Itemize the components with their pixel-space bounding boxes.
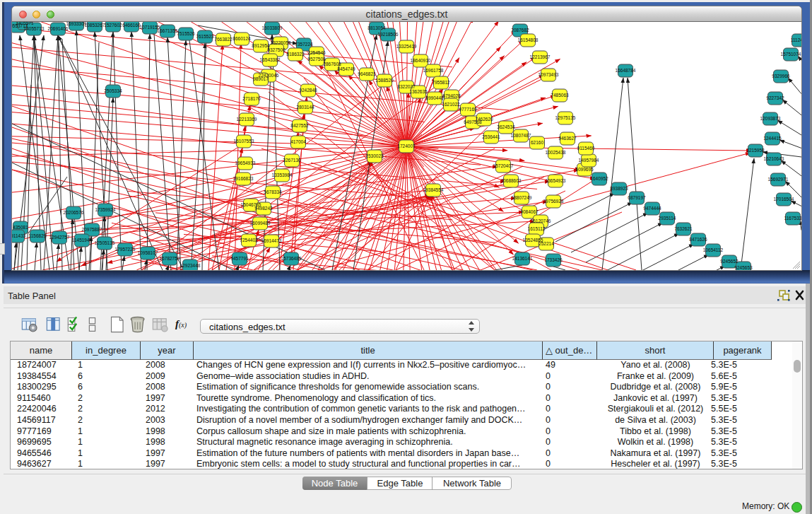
- svg-text:19756928: 19756928: [543, 199, 564, 204]
- svg-text:8322037: 8322037: [397, 84, 416, 89]
- svg-text:5678334: 5678334: [264, 189, 282, 194]
- svg-text:2867608: 2867608: [323, 62, 341, 66]
- svg-text:7485063: 7485063: [551, 93, 569, 98]
- svg-text:2087682: 2087682: [511, 28, 529, 33]
- svg-text:8454749: 8454749: [337, 66, 355, 71]
- svg-text:12505135: 12505135: [95, 240, 115, 245]
- svg-text:417004: 417004: [290, 139, 306, 144]
- svg-text:6879197: 6879197: [628, 195, 646, 200]
- svg-text:18640910: 18640910: [411, 58, 431, 63]
- svg-text:9646821: 9646821: [358, 71, 376, 76]
- svg-text:7663822: 7663822: [214, 37, 233, 42]
- svg-text:8990448: 8990448: [425, 95, 444, 100]
- svg-text:9498242: 9498242: [254, 206, 273, 211]
- svg-text:14136141: 14136141: [512, 256, 533, 261]
- svg-text:12975135: 12975135: [555, 115, 576, 120]
- svg-text:9245653: 9245653: [734, 265, 753, 270]
- svg-text:19654933: 19654933: [235, 160, 256, 165]
- svg-text:18807249: 18807249: [512, 195, 532, 200]
- svg-text:8938923: 8938923: [610, 186, 628, 191]
- svg-text:15736485: 15736485: [281, 256, 302, 261]
- svg-text:7462620: 7462620: [475, 117, 493, 122]
- svg-text:12942757: 12942757: [49, 235, 70, 240]
- svg-text:8660124: 8660124: [233, 36, 251, 41]
- svg-text:15751074: 15751074: [781, 52, 801, 57]
- svg-text:16648784: 16648784: [616, 68, 636, 73]
- svg-text:16120746: 16120746: [531, 218, 551, 223]
- svg-text:1156829: 1156829: [29, 233, 47, 238]
- svg-text:12213967: 12213967: [530, 54, 551, 59]
- svg-text:15720407: 15720407: [493, 163, 514, 168]
- svg-text:16033809: 16033809: [262, 25, 283, 30]
- svg-text:1405571: 1405571: [16, 22, 34, 25]
- svg-text:62160: 62160: [531, 140, 543, 145]
- svg-text:9474444: 9474444: [643, 206, 661, 211]
- svg-text:1615112: 1615112: [528, 226, 546, 231]
- svg-text:9327500: 9327500: [267, 47, 286, 52]
- svg-text:7632621: 7632621: [674, 226, 693, 231]
- svg-text:16671355: 16671355: [158, 28, 178, 33]
- svg-text:8427552: 8427552: [290, 123, 309, 128]
- svg-text:10973493: 10973493: [539, 72, 559, 77]
- svg-text:12213369: 12213369: [237, 117, 257, 122]
- svg-text:7515526: 7515526: [177, 31, 195, 36]
- svg-text:1167533: 1167533: [784, 216, 801, 221]
- svg-text:9463627: 9463627: [558, 136, 577, 141]
- svg-text:13226058: 13226058: [271, 40, 291, 45]
- svg-text:13325419: 13325419: [396, 44, 417, 49]
- svg-text:9084067: 9084067: [520, 209, 539, 214]
- svg-text:9777169: 9777169: [459, 107, 477, 112]
- svg-text:7254402: 7254402: [240, 238, 258, 243]
- svg-text:9245652: 9245652: [720, 259, 739, 264]
- svg-text:10688603: 10688603: [501, 178, 522, 183]
- svg-text:2935114: 2935114: [659, 216, 676, 221]
- svg-text:16107553: 16107553: [234, 139, 254, 144]
- svg-text:7615523: 7615523: [196, 34, 214, 39]
- svg-text:1527602: 1527602: [104, 23, 122, 28]
- svg-text:9242848: 9242848: [299, 88, 317, 93]
- svg-text:8186323: 8186323: [286, 52, 305, 57]
- svg-text:2530023: 2530023: [365, 153, 384, 158]
- svg-text:3911433: 3911433: [12, 233, 26, 238]
- svg-text:3267130: 3267130: [283, 158, 301, 163]
- svg-text:14055713: 14055713: [24, 26, 45, 31]
- svg-text:9227342: 9227342: [766, 95, 784, 100]
- svg-text:1244415: 1244415: [763, 136, 782, 141]
- svg-text:17016504: 17016504: [774, 197, 794, 201]
- svg-text:1112448: 1112448: [791, 37, 801, 42]
- svg-text:1588520: 1588520: [375, 78, 394, 83]
- svg-text:2718170: 2718170: [242, 96, 261, 101]
- svg-text:16543382: 16543382: [260, 57, 281, 62]
- svg-text:16154808: 16154808: [518, 37, 539, 42]
- svg-text:13654923: 13654923: [546, 178, 566, 183]
- svg-text:13353984: 13353984: [272, 173, 293, 177]
- svg-text:1621022: 1621022: [442, 102, 460, 107]
- svg-text:12923448: 12923448: [180, 263, 201, 268]
- svg-text:16782759: 16782759: [160, 256, 180, 261]
- svg-text:14957984: 14957984: [579, 158, 599, 163]
- svg-text:10025438: 10025438: [546, 150, 566, 155]
- svg-text:989017: 989017: [253, 76, 269, 81]
- svg-text:20975887: 20975887: [82, 227, 102, 232]
- svg-text:2536441: 2536441: [482, 134, 500, 139]
- svg-text:9115460: 9115460: [577, 146, 595, 151]
- svg-text:1733426: 1733426: [544, 257, 563, 262]
- svg-text:17957225: 17957225: [115, 247, 136, 252]
- svg-text:9527508: 9527508: [307, 57, 326, 62]
- svg-text:9457791: 9457791: [230, 256, 249, 261]
- svg-text:7357224: 7357224: [295, 42, 313, 47]
- svg-text:6466160: 6466160: [122, 23, 141, 28]
- svg-text:3624534: 3624534: [497, 124, 515, 129]
- svg-text:435081: 435081: [13, 225, 28, 230]
- svg-text:16099489: 16099489: [250, 221, 271, 226]
- svg-text:12093873: 12093873: [760, 116, 781, 121]
- svg-text:10654112: 10654112: [703, 247, 724, 252]
- svg-text:10807487: 10807487: [511, 133, 531, 138]
- svg-text:19166823: 19166823: [233, 176, 254, 181]
- svg-text:16210643: 16210643: [764, 156, 784, 161]
- svg-text:252214: 252214: [539, 241, 554, 246]
- svg-text:20206576: 20206576: [64, 210, 84, 215]
- svg-text:1640952: 1640952: [590, 176, 608, 181]
- svg-text:19218506: 19218506: [378, 32, 399, 37]
- svg-text:20691406: 20691406: [48, 26, 69, 31]
